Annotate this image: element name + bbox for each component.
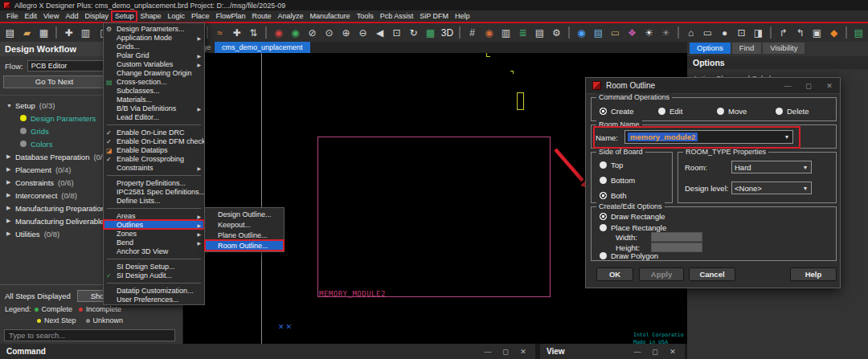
radio-option-delete[interactable]: Delete xyxy=(776,107,834,116)
setup-menu-item[interactable] xyxy=(107,123,201,125)
toolbar-button[interactable] xyxy=(568,27,570,39)
close-icon[interactable] xyxy=(825,82,833,90)
setup-menu-item-change-drawing-origin[interactable]: Change Drawing Origin xyxy=(104,68,204,77)
zoom-points-icon[interactable]: ⊙ xyxy=(321,24,338,41)
menu-item-edit[interactable]: Edit xyxy=(22,11,41,22)
setup-menu-item-si-design-audit[interactable]: SI Design Audit... xyxy=(104,271,204,279)
close-icon[interactable] xyxy=(669,348,677,356)
radio-option-draw-polygon[interactable]: Draw Polygon xyxy=(600,251,658,260)
color-priority-icon[interactable]: ▥ xyxy=(497,24,514,41)
open-drawing-icon[interactable]: ▰ xyxy=(18,24,35,41)
menu-item-view[interactable]: View xyxy=(40,11,62,22)
setup-menu-item-enable-on-line-dfm-checks[interactable]: Enable On-Line DFM checks xyxy=(104,137,204,145)
setup-menu-item-ipc2581-spec-definitions[interactable]: IPC2581 Spec Definitions... xyxy=(104,187,204,196)
toolbar-button[interactable] xyxy=(207,27,208,39)
add-circle-icon[interactable]: ● xyxy=(716,24,733,41)
parameters-icon[interactable]: ◆ xyxy=(825,24,842,41)
setup-menu-item-outlines[interactable]: Outlines xyxy=(104,220,204,229)
radio-option-place-rectangle[interactable]: Place Rectangle xyxy=(600,223,666,232)
setup-menu-item[interactable] xyxy=(107,173,201,176)
setup-menu-item-enable-datatips[interactable]: Enable Datatips xyxy=(104,145,204,154)
add-polygon-icon[interactable]: ⌂ xyxy=(682,24,699,41)
setup-menu-item[interactable] xyxy=(107,206,201,209)
height-input[interactable] xyxy=(651,243,702,252)
radio-option-top[interactable]: Top xyxy=(600,161,635,169)
save-drawing-icon[interactable]: ▦ xyxy=(35,24,52,41)
dialog-button-ok[interactable]: OK xyxy=(596,267,633,281)
route-edit-icon[interactable]: ↰ xyxy=(792,24,809,41)
new-drawing-icon[interactable]: ▤ xyxy=(2,24,18,41)
dialog-button-cancel[interactable]: Cancel xyxy=(689,267,735,281)
go-to-next-button[interactable]: Go To Next xyxy=(3,75,105,88)
toolbar-button[interactable] xyxy=(459,27,461,39)
chevron-down-icon[interactable]: ▼ xyxy=(800,165,811,170)
chevron-down-icon[interactable]: ▼ xyxy=(800,186,811,191)
toolbar-button[interactable] xyxy=(55,27,57,39)
tab-find[interactable]: Find xyxy=(732,43,761,54)
menu-item-file[interactable]: File xyxy=(3,11,22,22)
dialog-title-bar[interactable]: Room Outline xyxy=(586,78,840,94)
submenu-item-keepout[interactable]: Keepout... xyxy=(205,219,284,230)
menu-item-logic[interactable]: Logic xyxy=(164,11,188,22)
move-icon[interactable]: ✚ xyxy=(60,24,77,41)
menu-item-add[interactable]: Add xyxy=(62,11,81,22)
radio-option-both[interactable]: Both xyxy=(600,191,635,200)
invert-display-icon[interactable]: ◨ xyxy=(750,24,767,41)
flow-select[interactable]: PCB Editor xyxy=(27,60,104,71)
setup-menu-item[interactable] xyxy=(107,257,201,259)
board-fit-icon[interactable]: ▦ xyxy=(422,24,439,41)
setup-menu-item-materials[interactable]: Materials... xyxy=(104,95,204,104)
minimize-icon[interactable] xyxy=(784,82,792,90)
drc-green-icon[interactable]: ◉ xyxy=(287,24,304,41)
close-icon[interactable] xyxy=(519,348,527,356)
menu-item-setup[interactable]: Setup xyxy=(112,11,137,22)
minimize-icon[interactable] xyxy=(633,348,641,356)
zoom-fit-icon[interactable]: ⊘ xyxy=(304,24,321,41)
design-level-combobox[interactable]: <None> ▼ xyxy=(731,182,812,194)
chart-report-icon[interactable]: ▤ xyxy=(850,24,867,41)
menu-item-help[interactable]: Help xyxy=(452,11,473,22)
menu-item-place[interactable]: Place xyxy=(188,11,213,22)
grid-toggle-icon[interactable]: # xyxy=(464,24,481,41)
setup-menu-item-enable-crossprobing[interactable]: Enable Crossprobing xyxy=(104,154,204,163)
setup-menu-item-anchor-3d-view[interactable]: Anchor 3D View xyxy=(104,247,204,255)
toolbar-button[interactable] xyxy=(770,27,772,39)
tab-visibility[interactable]: Visibility xyxy=(763,43,805,54)
menu-item-flowplan[interactable]: FlowPlan xyxy=(213,11,249,22)
setup-menu-item-property-definitions[interactable]: Property Definitions... xyxy=(104,178,204,187)
setup-menu-item[interactable] xyxy=(107,281,201,284)
setup-menu-item-zones[interactable]: Zones xyxy=(104,229,204,238)
uturn-route-icon[interactable]: ⇅ xyxy=(245,24,262,41)
zoom-center-icon[interactable]: ⊡ xyxy=(388,24,405,41)
menu-item-pcb-assist[interactable]: Pcb Assist xyxy=(377,11,417,22)
snapshot-icon[interactable]: ▣ xyxy=(809,24,825,41)
add-connect-icon[interactable]: ≈ xyxy=(211,24,228,41)
setup-menu-item-si-design-setup[interactable]: SI Design Setup... xyxy=(104,262,204,271)
menu-item-sip-dfm[interactable]: SiP DFM xyxy=(416,11,452,22)
setup-menu-item-application-mode[interactable]: Application Mode xyxy=(104,33,204,42)
setup-menu-item-areas[interactable]: Areas xyxy=(104,211,204,220)
setup-menu-item-cross-section[interactable]: Cross-section... xyxy=(104,77,204,86)
setup-menu-item-enable-on-line-drc[interactable]: Enable On-Line DRC xyxy=(104,128,204,137)
width-input[interactable] xyxy=(651,232,702,242)
setup-menu-item-custom-variables[interactable]: Custom Variables xyxy=(104,59,204,68)
view-3d-icon[interactable]: 3D xyxy=(439,24,456,41)
slide-icon[interactable]: ✚ xyxy=(228,24,245,41)
toolbar-button[interactable] xyxy=(845,27,847,39)
copy-icon[interactable]: ▥ xyxy=(77,24,94,41)
color-dialog-icon[interactable]: ◉ xyxy=(481,24,497,41)
setup-menu-item-polar-grid[interactable]: Polar Grid xyxy=(104,51,204,59)
layers-icon[interactable]: ≣ xyxy=(514,24,531,41)
restore-icon[interactable] xyxy=(651,348,659,356)
submenu-item-room-outline[interactable]: Room Outline... xyxy=(205,240,284,251)
zoom-in-icon[interactable]: ⊕ xyxy=(338,24,354,41)
route-create-icon[interactable]: ↱ xyxy=(775,24,792,41)
status-gear-icon[interactable]: ⚙ xyxy=(548,24,565,41)
submenu-item-design-outline[interactable]: Design Outline... xyxy=(205,209,284,219)
menu-item-shape[interactable]: Shape xyxy=(137,11,164,22)
setup-menu-item-bend[interactable]: Bend xyxy=(104,238,204,247)
setup-menu-item-define-lists[interactable]: Define Lists... xyxy=(104,196,204,205)
menu-item-manufacture[interactable]: Manufacture xyxy=(307,11,354,22)
redraw-icon[interactable]: ↻ xyxy=(405,24,422,41)
tab-cms-demo-unplacement[interactable]: cms_demo_unplacement xyxy=(215,42,310,53)
